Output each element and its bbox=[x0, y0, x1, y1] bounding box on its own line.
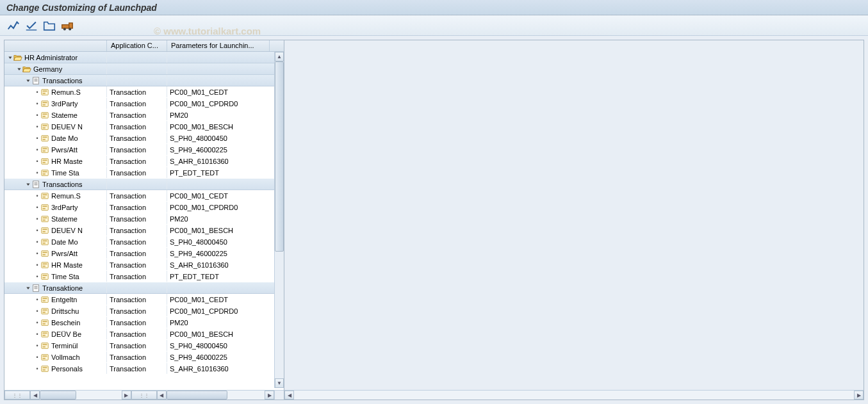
svg-rect-73 bbox=[42, 331, 49, 337]
scroll-left-icon[interactable]: ◀ bbox=[157, 391, 167, 400]
tx-icon bbox=[40, 261, 49, 270]
tx-icon bbox=[40, 226, 49, 235]
app-category-cell: Transaction bbox=[107, 98, 167, 109]
expander-icon[interactable]: ▼ bbox=[16, 67, 22, 71]
svg-rect-15 bbox=[43, 113, 47, 115]
horizontal-scrollbar-left[interactable]: ⋮⋮ ◀ ▶ ⋮⋮ ◀ ▶ bbox=[4, 390, 274, 400]
svg-rect-39 bbox=[42, 204, 49, 210]
svg-rect-31 bbox=[43, 173, 45, 174]
bullet-icon: • bbox=[34, 135, 40, 141]
scroll-right-icon[interactable]: ▶ bbox=[265, 391, 274, 400]
svg-rect-50 bbox=[43, 242, 45, 243]
tree-folder-row[interactable]: ▼Transactions bbox=[4, 75, 284, 86]
svg-point-2 bbox=[63, 28, 66, 30]
tree-item-row[interactable]: •StatemeTransactionPM20 bbox=[4, 109, 284, 121]
scroll-down-icon[interactable]: ▼ bbox=[275, 378, 284, 388]
tree-folder-row[interactable]: ▼Transactions bbox=[4, 179, 284, 190]
bullet-icon: • bbox=[34, 112, 40, 118]
app-category-cell: Transaction bbox=[107, 167, 167, 178]
tree-item-row[interactable]: •VollmachTransactionS_PH9_46000225 bbox=[4, 351, 284, 363]
check-icon[interactable] bbox=[24, 19, 38, 32]
svg-rect-71 bbox=[43, 321, 47, 322]
tree-item-row[interactable]: •3rdPartyTransactionPC00_M01_CPDRD0 bbox=[4, 202, 284, 213]
svg-rect-47 bbox=[43, 230, 45, 232]
transport-icon[interactable] bbox=[60, 19, 74, 32]
vertical-scrollbar[interactable]: ▲ ▼ bbox=[274, 52, 284, 388]
bullet-icon: • bbox=[34, 296, 40, 303]
svg-rect-19 bbox=[43, 127, 45, 128]
column-resize-grip[interactable]: ⋮⋮ bbox=[131, 391, 157, 400]
tree-item-row[interactable]: •Date MoTransactionS_PH0_48000450 bbox=[4, 133, 284, 144]
svg-point-3 bbox=[69, 28, 71, 30]
scroll-up-icon[interactable]: ▲ bbox=[275, 52, 284, 61]
app-category-cell: Transaction bbox=[107, 248, 167, 259]
app-category-cell bbox=[107, 75, 167, 86]
tree-item-row[interactable]: •StatemeTransactionPM20 bbox=[4, 213, 284, 225]
tree-item-label: Transactions bbox=[42, 77, 83, 85]
scroll-right-icon[interactable]: ▶ bbox=[122, 391, 131, 400]
tree-item-row[interactable]: •BescheinTransactionPM20 bbox=[4, 317, 284, 328]
tree-item-row[interactable]: •DrittschuTransactionPC00_M01_CPDRD0 bbox=[4, 305, 284, 317]
svg-rect-76 bbox=[42, 343, 49, 348]
tree-item-row[interactable]: •PersonalsTransactionS_AHR_61016360 bbox=[4, 363, 284, 375]
tree-item-row[interactable]: •Time StaTransactionPT_EDT_TEDT bbox=[4, 271, 284, 282]
tree-body: ▼HR Administrator▼Germany▼Transactions•R… bbox=[4, 52, 284, 400]
svg-rect-4 bbox=[33, 77, 39, 84]
column-resize-grip[interactable]: ⋮⋮ bbox=[4, 391, 30, 400]
horizontal-scrollbar-right[interactable]: ◀ ▶ bbox=[284, 390, 864, 400]
tree-item-row[interactable]: •DEUEV NTransactionPC00_M01_BESCH bbox=[4, 225, 284, 236]
tree-folder-row[interactable]: ▼Transaktione bbox=[4, 282, 284, 294]
new-folder-icon[interactable] bbox=[42, 19, 56, 32]
tree-item-row[interactable]: •DEÜV BeTransactionPC00_M01_BESCH bbox=[4, 328, 284, 340]
svg-rect-83 bbox=[43, 367, 47, 368]
expander-icon[interactable]: ▼ bbox=[25, 78, 31, 83]
column-header-app[interactable]: Application C... bbox=[107, 40, 167, 51]
bullet-icon: • bbox=[34, 124, 40, 130]
column-header-param[interactable]: Parameters for Launchin... bbox=[167, 40, 270, 51]
tree-item-row[interactable]: •DEUEV NTransactionPC00_M01_BESCH bbox=[4, 121, 284, 133]
tree-item-row[interactable]: •Time StaTransactionPT_EDT_TEDT bbox=[4, 167, 284, 179]
svg-rect-37 bbox=[43, 194, 47, 195]
tree-item-label: 3rdParty bbox=[51, 100, 78, 108]
bullet-icon: • bbox=[34, 170, 40, 176]
svg-rect-12 bbox=[43, 102, 47, 103]
param-cell: S_PH9_46000225 bbox=[167, 351, 270, 362]
svg-rect-68 bbox=[43, 309, 47, 311]
app-category-cell: Transaction bbox=[107, 225, 167, 236]
expander-icon[interactable]: ▼ bbox=[7, 55, 13, 60]
tree-item-row[interactable]: •Remun.STransactionPC00_M01_CEDT bbox=[4, 190, 284, 202]
tree-item-label: Entgeltn bbox=[51, 296, 77, 303]
scroll-left-icon[interactable]: ◀ bbox=[30, 391, 40, 400]
tree-item-row[interactable]: •TerminülTransactionS_PH0_48000450 bbox=[4, 340, 284, 351]
scroll-left-icon[interactable]: ◀ bbox=[284, 391, 294, 400]
tree-item-row[interactable]: •HR MasteTransactionS_AHR_61016360 bbox=[4, 259, 284, 271]
tree-item-label: HR Administrator bbox=[24, 54, 78, 61]
tree-item-row[interactable]: •EntgeltnTransactionPC00_M01_CEDT bbox=[4, 294, 284, 305]
scroll-right-icon[interactable]: ▶ bbox=[854, 391, 864, 400]
svg-rect-46 bbox=[43, 229, 47, 230]
tree-folder-row[interactable]: ▼HR Administrator bbox=[4, 52, 284, 63]
tree-folder-row[interactable]: ▼Germany bbox=[4, 63, 284, 75]
tree-item-row[interactable]: •HR MasteTransactionS_AHR_61016360 bbox=[4, 156, 284, 167]
scrollbar-thumb[interactable] bbox=[275, 61, 284, 252]
tree-item-row[interactable]: •Pwrs/AttTransactionS_PH9_46000225 bbox=[4, 144, 284, 156]
svg-rect-26 bbox=[42, 158, 49, 164]
tx-icon bbox=[40, 238, 49, 246]
tree-item-row[interactable]: •Date MoTransactionS_PH0_48000450 bbox=[4, 236, 284, 248]
svg-rect-1 bbox=[69, 22, 73, 28]
svg-rect-25 bbox=[43, 150, 45, 151]
svg-rect-32 bbox=[33, 181, 39, 188]
expander-icon[interactable]: ▼ bbox=[25, 182, 31, 186]
expander-icon[interactable]: ▼ bbox=[25, 286, 31, 290]
param-cell: PC00_M01_CPDRD0 bbox=[167, 202, 270, 213]
tree-item-row[interactable]: •3rdPartyTransactionPC00_M01_CPDRD0 bbox=[4, 98, 284, 109]
tree-item-label: Pwrs/Att bbox=[51, 250, 78, 257]
bullet-icon: • bbox=[34, 216, 40, 222]
scrollbar-thumb-h[interactable] bbox=[40, 391, 76, 400]
scrollbar-thumb-h2[interactable] bbox=[167, 391, 227, 400]
param-cell: S_PH0_48000450 bbox=[167, 340, 270, 351]
tree-item-row[interactable]: •Pwrs/AttTransactionS_PH9_46000225 bbox=[4, 248, 284, 259]
tree-item-row[interactable]: •Remun.STransactionPC00_M01_CEDT bbox=[4, 86, 284, 98]
toggle-display-icon[interactable] bbox=[6, 19, 20, 32]
column-header-tree[interactable] bbox=[4, 40, 107, 51]
